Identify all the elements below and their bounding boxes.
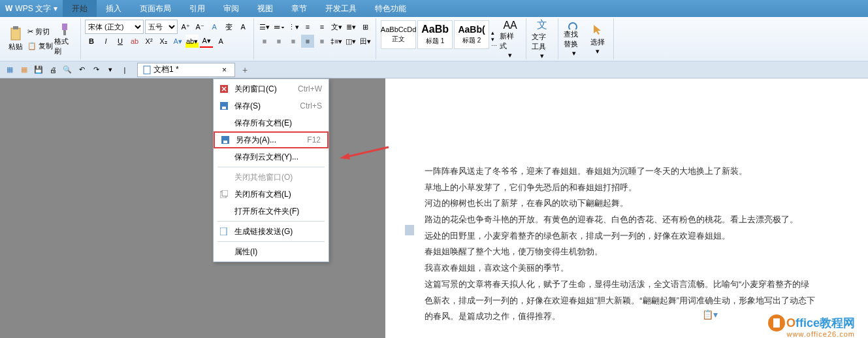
align-distribute-button[interactable]: ≡ [315, 35, 329, 48]
qa-open-icon[interactable]: ▦ [18, 64, 30, 76]
format-painter-button[interactable]: 格式刷 [53, 20, 76, 59]
menu-open-folder[interactable]: 打开所在文件夹(F) [214, 203, 329, 220]
menu-close-all[interactable]: 关闭所有文档(L) [214, 186, 329, 203]
menu-properties[interactable]: 属性(I) [214, 243, 329, 260]
menu-save-cloud[interactable]: 保存到云文档(Y)... [214, 148, 329, 165]
tab-view[interactable]: 视图 [248, 0, 282, 17]
copy-icon[interactable]: 📋 复制 [27, 41, 53, 51]
style-more[interactable]: ⋯ [491, 42, 497, 49]
style-normal[interactable]: AaBbCcDd 正文 [381, 20, 416, 49]
close-all-icon [219, 189, 229, 199]
font-size-select[interactable]: 五号 [145, 20, 178, 34]
tab-reference[interactable]: 引用 [180, 0, 214, 17]
pinyin-button[interactable]: 变 [222, 20, 235, 33]
bullet-list-button[interactable]: ☰▾ [258, 20, 271, 33]
doc-line: 一阵阵春风送走了冬爷爷，迎来了春姐姐。春姐姐为沉睡了一冬天的大地换上了新装。 [425, 163, 816, 180]
qa-undo-icon[interactable]: ↶ [76, 64, 88, 76]
style-scroll-down[interactable]: ▾ [491, 36, 497, 42]
watermark-url: www.office26.com [787, 330, 855, 338]
border-button[interactable]: 田▾ [359, 35, 372, 48]
svg-rect-11 [223, 141, 227, 143]
svg-rect-18 [773, 318, 780, 328]
tab-insert[interactable]: 插入 [97, 0, 131, 17]
multilevel-button[interactable]: ⋮▾ [287, 20, 300, 33]
new-style-button[interactable]: AA 新样式▾ [498, 20, 522, 59]
align-vert-button[interactable]: ≣▾ [344, 20, 357, 33]
text-direction-button[interactable]: 文▾ [330, 20, 343, 33]
find-replace-button[interactable]: 查找替换▾ [562, 20, 586, 59]
menu-save[interactable]: 保存(S) Ctrl+S [214, 97, 329, 114]
number-list-button[interactable]: ⩸▾ [272, 20, 285, 33]
svg-marker-16 [340, 153, 350, 160]
document-page: 一阵阵春风送走了冬爷爷，迎来了春姐姐。春姐姐为沉睡了一冬天的大地换上了新装。 草… [385, 98, 856, 338]
svg-rect-9 [222, 107, 226, 109]
increase-font-button[interactable]: A⁺ [179, 20, 192, 33]
menu-gen-link[interactable]: 生成链接发送(G) [214, 223, 329, 240]
highlight-button[interactable]: ab▾ [185, 35, 199, 48]
font-color-button[interactable]: A▾ [200, 35, 213, 48]
menubar: W WPS 文字 ▾ 开始 插入 页面布局 引用 审阅 视图 章节 开发工具 特… [0, 0, 868, 17]
decrease-font-button[interactable]: A⁻ [193, 20, 206, 33]
decrease-indent-button[interactable]: ≡ [301, 20, 314, 33]
bold-button[interactable]: B [85, 35, 98, 48]
tab-layout[interactable]: 页面布局 [131, 0, 180, 17]
cut-icon[interactable]: ✂ 剪切 [27, 27, 50, 37]
qa-redo-icon[interactable]: ↷ [90, 64, 102, 76]
clear-format-button[interactable]: A [236, 20, 249, 33]
doc-line: 草地上的小草发芽了，它们争先恐后的和春姐姐打招呼。 [425, 180, 816, 196]
tab-special[interactable]: 特色功能 [366, 0, 415, 17]
paste-icon [9, 26, 22, 42]
change-case-button[interactable]: A [208, 20, 221, 33]
shading-button[interactable]: ◫▾ [344, 35, 357, 48]
subscript-button[interactable]: X₂ [157, 35, 170, 48]
paste-button[interactable]: 粘贴 [4, 20, 27, 59]
char-border-button[interactable]: A [214, 35, 227, 48]
tab-chapter[interactable]: 章节 [282, 0, 316, 17]
style-heading1[interactable]: AaBb 标题 1 [417, 20, 453, 49]
font-name-select[interactable]: 宋体 (正文) [85, 20, 144, 34]
svg-rect-0 [11, 28, 20, 40]
align-justify-button[interactable]: ≡ [301, 35, 314, 48]
qa-more-icon[interactable]: ▾ [104, 64, 116, 76]
tab-review[interactable]: 审阅 [214, 0, 248, 17]
underline-button[interactable]: U [114, 35, 127, 48]
qa-new-icon[interactable]: ▦ [4, 64, 16, 76]
increase-indent-button[interactable]: ≡ [315, 20, 329, 33]
style-heading2[interactable]: AaBb( 标题 2 [454, 20, 489, 49]
new-tab-button[interactable]: + [238, 63, 252, 77]
text-tools-icon: 文 [537, 18, 547, 32]
align-left-button[interactable]: ≡ [258, 35, 271, 48]
qa-preview-icon[interactable]: 🔍 [61, 64, 73, 76]
doc-icon [143, 65, 151, 75]
qa-save-icon[interactable]: 💾 [33, 64, 44, 76]
close-tab-button[interactable]: × [219, 65, 229, 75]
line-spacing-button[interactable]: ‡≡▾ [330, 35, 343, 48]
menu-close-window[interactable]: 关闭窗口(C) Ctrl+W [214, 80, 329, 97]
style-scroll-up[interactable]: ▴ [491, 29, 497, 36]
text-effect-button[interactable]: A▾ [171, 35, 184, 48]
select-button[interactable]: 选择▾ [586, 20, 609, 59]
clipboard-indicator-icon[interactable]: 📋▾ [702, 309, 718, 320]
qa-print-icon[interactable]: 🖨 [47, 64, 59, 76]
tab-button[interactable]: ⊞ [359, 20, 372, 33]
align-center-button[interactable]: ≡ [272, 35, 285, 48]
menu-save-as[interactable]: 另存为(A)... F12 [214, 131, 329, 148]
strikethrough-button[interactable]: ab [128, 35, 141, 48]
doc-line: 河边的柳树也长出了新芽，在春风的吹动下翩翩起舞。 [425, 195, 816, 212]
svg-rect-1 [13, 26, 18, 29]
superscript-button[interactable]: X² [142, 35, 155, 48]
text-tools-button[interactable]: 文 文字工具▾ [530, 20, 554, 59]
align-right-button[interactable]: ≡ [287, 35, 300, 48]
tab-start[interactable]: 开始 [63, 0, 97, 17]
document-tab[interactable]: 文档1 * × [137, 63, 235, 77]
doc-line: 我喜欢春姐姐，喜欢这个美丽的季节。 [425, 260, 816, 277]
svg-rect-3 [63, 30, 66, 35]
office-logo-icon [767, 313, 786, 333]
tab-devtools[interactable]: 开发工具 [316, 0, 366, 17]
italic-button[interactable]: I [99, 35, 112, 48]
svg-point-4 [569, 23, 577, 29]
doc-line: 这篇写景的文章将春天拟人化，赋予了生命，显得生动活泼，全文语言流畅。比喻句“小麦… [425, 277, 816, 325]
qa-divider: | [119, 64, 131, 76]
doc-line: 春姐姐唤醒了整个大地，使万物变得生机勃勃。 [425, 244, 816, 260]
menu-save-all[interactable]: 保存所有文档(E) [214, 114, 329, 131]
